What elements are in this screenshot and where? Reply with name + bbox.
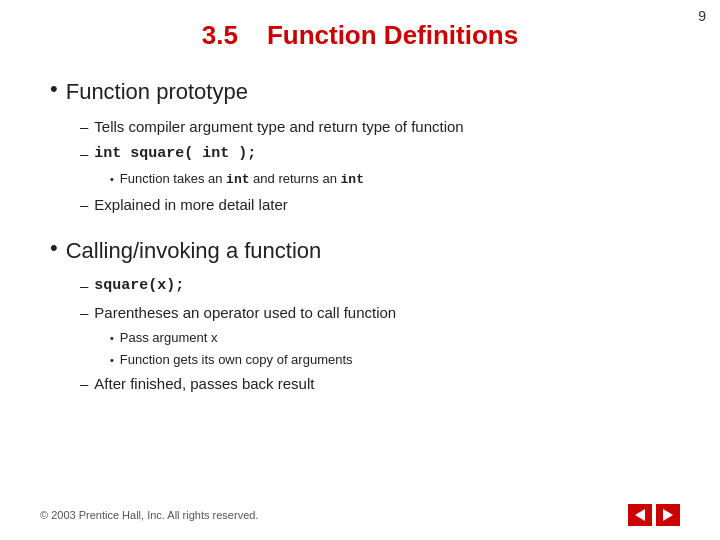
slide-title: 3.5 Function Definitions [40,20,680,51]
after-finished-text: After finished, passes back result [94,373,314,396]
sub-sub-own-copy: • Function gets its own copy of argument… [110,350,680,370]
bullet-2-label: Calling/invoking a function [66,234,322,267]
parentheses-text: Parentheses an operator used to call fun… [94,302,396,325]
slide-content: • Function prototype – Tells compiler ar… [40,75,680,396]
sub-sub-items-args: • Pass argument x • Function gets its ow… [110,328,680,369]
slide-footer: © 2003 Prentice Hall, Inc. All rights re… [40,504,680,526]
slide: 9 3.5 Function Definitions • Function pr… [0,0,720,540]
takes-returns-pre: Function takes an [120,171,226,186]
prev-icon [635,509,645,521]
copyright-text: © 2003 Prentice Hall, Inc. All rights re… [40,509,258,521]
sub-items-1: – Tells compiler argument type and retur… [80,116,680,216]
sub-item-square-x: – square(x); [80,275,680,298]
sub-sub-items-int: • Function takes an int and returns an i… [110,169,680,190]
sub-item-int-square: – int square( int ); [80,143,680,166]
svg-marker-1 [663,509,673,521]
sub-item-after-finished: – After finished, passes back result [80,373,680,396]
bullet-1-label: Function prototype [66,75,248,108]
sub-items-2: – square(x); – Parentheses an operator u… [80,275,680,396]
pass-arg-text: Pass argument x [120,328,218,348]
explained-text: Explained in more detail later [94,194,287,217]
bullet-dot-1: • [50,75,58,104]
square-x-code: square(x); [94,275,184,298]
next-icon [663,509,673,521]
code-int-2: int [341,172,364,187]
svg-marker-0 [635,509,645,521]
title-text: Function Definitions [267,20,518,50]
next-button[interactable] [656,504,680,526]
takes-returns-mid: and returns an [250,171,341,186]
bullet-dot-2: • [50,234,58,263]
tells-compiler-text: Tells compiler argument type and return … [94,116,463,139]
sub-sub-takes-returns: • Function takes an int and returns an i… [110,169,680,190]
sub-item-explained: – Explained in more detail later [80,194,680,217]
section-number: 3.5 [202,20,238,50]
own-copy-text: Function gets its own copy of arguments [120,350,353,370]
prev-button[interactable] [628,504,652,526]
bullet-function-prototype: • Function prototype [50,75,680,108]
sub-item-tells-compiler: – Tells compiler argument type and retur… [80,116,680,139]
nav-buttons[interactable] [628,504,680,526]
slide-number: 9 [698,8,706,24]
code-int-1: int [226,172,249,187]
bullet-calling: • Calling/invoking a function [50,234,680,267]
sub-item-parentheses: – Parentheses an operator used to call f… [80,302,680,325]
int-square-code: int square( int ); [94,143,256,166]
sub-sub-pass-arg: • Pass argument x [110,328,680,348]
